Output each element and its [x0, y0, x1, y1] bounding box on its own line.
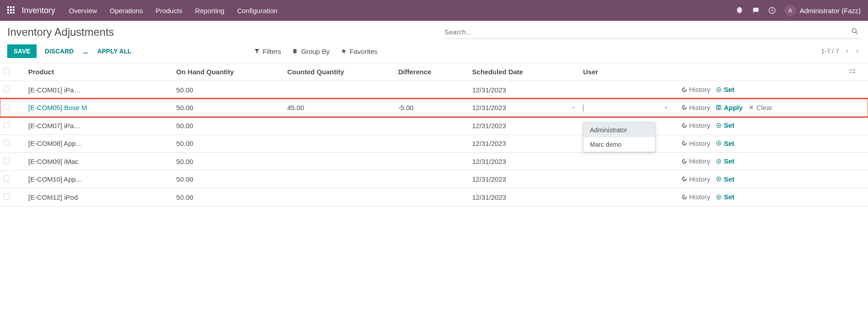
product-name[interactable]: [E-COM07] iPa… [28, 122, 81, 130]
svg-point-8 [718, 125, 720, 126]
product-name[interactable]: [E-COM10] App… [28, 175, 83, 183]
dropdown-item[interactable]: Marc demo [583, 137, 655, 152]
search-input[interactable] [442, 25, 861, 39]
menu-configuration[interactable]: Configuration [237, 7, 277, 14]
top-nav: Inventory Overview Operations Products R… [0, 0, 868, 21]
app-name[interactable]: Inventory [22, 6, 55, 15]
date-cell[interactable]: 12/31/2023 [469, 170, 579, 188]
counted-cell[interactable] [284, 117, 394, 135]
set-button[interactable]: Set [716, 193, 734, 201]
user-cell[interactable]: AdministratorMarc demo [579, 99, 672, 117]
row-checkbox[interactable] [4, 175, 10, 182]
menu-products[interactable]: Products [156, 7, 182, 14]
header-difference[interactable]: Difference [394, 63, 469, 81]
user-cell[interactable] [579, 81, 672, 99]
product-name[interactable]: [E-COM12] iPod [28, 193, 78, 201]
row-checkbox[interactable] [4, 86, 10, 92]
onhand-cell: 50.00 [173, 117, 284, 135]
apps-launcher-icon[interactable] [7, 6, 15, 14]
counted-cell[interactable]: 45.00 [284, 99, 394, 117]
row-checkbox[interactable] [4, 122, 10, 128]
user-select[interactable] [583, 104, 668, 111]
column-options-icon[interactable] [848, 67, 855, 75]
row-checkbox[interactable] [4, 193, 10, 200]
clock-icon[interactable] [768, 6, 776, 14]
discard-button[interactable]: DISCARD [45, 48, 74, 55]
download-icon[interactable] [82, 48, 89, 55]
apply-button[interactable]: Apply [716, 104, 743, 111]
set-button[interactable]: Set [716, 140, 734, 147]
set-button[interactable]: Set [716, 86, 734, 93]
user-cell[interactable] [579, 188, 672, 207]
history-button[interactable]: History [681, 157, 711, 165]
date-caret-icon[interactable] [571, 106, 576, 110]
bug-icon[interactable] [735, 6, 744, 14]
product-name[interactable]: [E-COM01] iPa… [28, 86, 81, 94]
user-cell[interactable] [579, 170, 672, 188]
user-menu[interactable]: A Administrator (Fazz) [784, 5, 861, 16]
chevron-down-icon [664, 106, 669, 110]
counted-cell[interactable] [284, 135, 394, 153]
header-onhand[interactable]: On Hand Quantity [173, 63, 284, 81]
svg-point-0 [754, 10, 755, 10]
set-button[interactable]: Set [716, 157, 734, 165]
pager-next-icon[interactable] [854, 48, 861, 54]
date-cell[interactable]: 12/31/2023 [469, 153, 579, 171]
table-row[interactable]: [E-COM01] iPa…50.0012/31/2023HistorySet [0, 81, 868, 99]
search-icon[interactable] [851, 27, 859, 35]
table-row[interactable]: [E-COM09] iMac50.0012/31/2023HistorySet [0, 153, 868, 171]
menu-reporting[interactable]: Reporting [195, 7, 224, 14]
header-user[interactable]: User [579, 63, 672, 81]
svg-point-10 [718, 142, 720, 144]
row-checkbox[interactable] [4, 140, 10, 146]
header-product[interactable]: Product [25, 63, 173, 81]
history-button[interactable]: History [681, 121, 711, 129]
pager-prev-icon[interactable] [844, 48, 850, 54]
apply-all-button[interactable]: APPLY ALL [97, 48, 132, 55]
menu-operations[interactable]: Operations [110, 7, 143, 14]
save-button[interactable]: SAVE [7, 44, 37, 58]
user-cell[interactable] [579, 153, 672, 171]
table-row[interactable]: [E-COM05] Bose M50.0045.00-5.0012/31/202… [0, 99, 868, 117]
history-button[interactable]: History [681, 175, 711, 183]
date-cell[interactable]: 12/31/2023 [469, 81, 579, 99]
table-row[interactable]: [E-COM12] iPod50.0012/31/2023HistorySet [0, 188, 868, 207]
date-cell[interactable]: 12/31/2023 [469, 135, 579, 153]
select-all-checkbox[interactable] [4, 68, 10, 74]
user-dropdown: AdministratorMarc demo [583, 122, 655, 152]
filters-button[interactable]: Filters [254, 48, 281, 55]
menu-overview[interactable]: Overview [69, 7, 97, 14]
svg-point-14 [718, 178, 720, 180]
counted-cell[interactable] [284, 81, 394, 99]
header-date[interactable]: Scheduled Date [469, 63, 579, 81]
counted-cell[interactable] [284, 170, 394, 188]
header-counted[interactable]: Counted Quantity [284, 63, 394, 81]
set-button[interactable]: Set [716, 121, 734, 129]
counted-cell[interactable] [284, 188, 394, 207]
table-row[interactable]: [E-COM08] App…50.0012/31/2023HistorySet [0, 135, 868, 153]
product-name[interactable]: [E-COM09] iMac [28, 158, 79, 165]
set-button[interactable]: Set [716, 175, 734, 183]
date-cell[interactable]: 12/31/2023 [469, 99, 579, 117]
row-checkbox[interactable] [4, 104, 10, 110]
history-button[interactable]: History [681, 104, 711, 111]
difference-cell [394, 170, 469, 188]
counted-cell[interactable] [284, 153, 394, 171]
table-row[interactable]: [E-COM07] iPa…50.0012/31/2023HistorySet [0, 117, 868, 135]
row-checkbox[interactable] [4, 158, 10, 164]
date-cell[interactable]: 12/31/2023 [469, 188, 579, 207]
date-cell[interactable]: 12/31/2023 [469, 117, 579, 135]
difference-cell [394, 81, 469, 99]
history-button[interactable]: History [681, 140, 711, 147]
product-name[interactable]: [E-COM08] App… [28, 140, 83, 147]
chat-icon[interactable] [752, 6, 760, 14]
history-button[interactable]: History [681, 86, 711, 93]
difference-cell [394, 135, 469, 153]
clear-button[interactable]: Clear [748, 104, 773, 111]
table-row[interactable]: [E-COM10] App…50.0012/31/2023HistorySet [0, 170, 868, 188]
favorites-button[interactable]: Favorites [341, 48, 378, 55]
history-button[interactable]: History [681, 193, 711, 201]
dropdown-item[interactable]: Administrator [583, 123, 655, 137]
groupby-button[interactable]: Group By [292, 48, 329, 55]
product-name[interactable]: [E-COM05] Bose M [28, 104, 87, 111]
